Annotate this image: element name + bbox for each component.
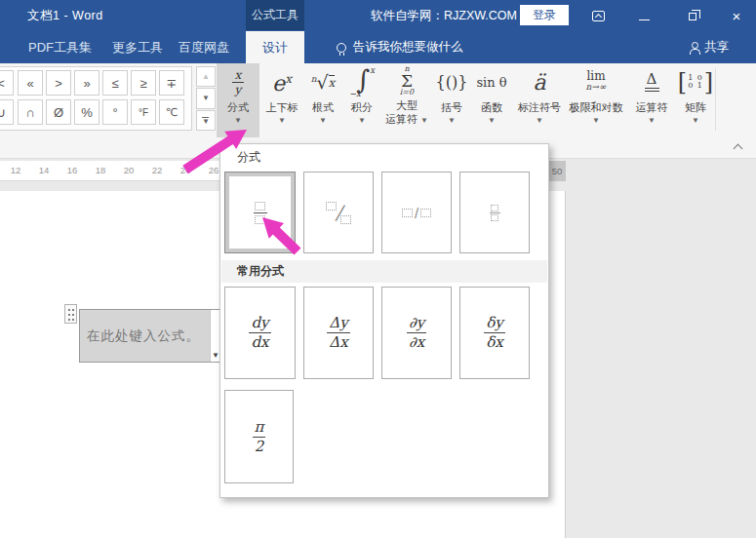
radical-button[interactable]: n√x 根式 ▼ <box>303 63 342 137</box>
radical-icon: n√x <box>311 72 336 92</box>
tab-baidu-netdisk[interactable]: 百度网盘 <box>174 31 234 63</box>
symbol-raquo[interactable]: » <box>74 70 99 96</box>
function-button[interactable]: sin θ 函数 ▼ <box>471 63 512 137</box>
document-title: 文档1 - Word <box>27 8 103 24</box>
tell-me-label: 告诉我你想要做什么 <box>353 39 463 56</box>
tile-pi-over-2[interactable]: π2 <box>224 390 294 483</box>
symbol-union[interactable]: ∪ <box>0 99 14 125</box>
symbol-gt[interactable]: > <box>46 70 71 96</box>
equation-placeholder-text: 在此处键入公式。 <box>87 327 200 345</box>
bracket-button[interactable]: {()} 括号 ▼ <box>432 63 471 137</box>
tile-linear-fraction[interactable]: / <box>381 172 452 253</box>
integral-button[interactable]: ∫ x −x 积分 ▼ <box>342 63 381 137</box>
minimize-icon <box>639 19 650 20</box>
tile-stacked-fraction[interactable] <box>224 172 296 253</box>
tile-small-delta-y-x[interactable]: δyδx <box>459 287 530 379</box>
limit-log-button[interactable]: lim n→∞ 极限和对数 ▼ <box>565 63 627 137</box>
tile-small-fraction[interactable] <box>459 172 530 253</box>
sin-theta-icon: sin θ <box>476 75 506 90</box>
fraction-gallery-header: 分式 <box>237 149 260 166</box>
skewed-fraction-icon: / <box>326 201 352 224</box>
equation-placeholder-box[interactable]: 在此处键入公式。 ▼ <box>79 309 222 363</box>
title-bar: 文档1 - Word 公式工具 软件自学网：RJZXW.COM 登录 × <box>0 0 756 31</box>
stacked-fraction-icon <box>254 202 267 224</box>
share-person-icon <box>690 42 698 54</box>
collapse-ribbon-button[interactable] <box>734 142 742 151</box>
large-operator-button[interactable]: n Σ i=0 大型 运算符 ▼ <box>381 63 432 137</box>
lightbulb-icon <box>337 43 346 53</box>
site-watermark: 软件自学网：RJZXW.COM <box>371 8 517 24</box>
equation-dropdown-arrow-icon: ▼ <box>212 351 219 360</box>
matrix-button[interactable]: [ 1 00 1 ] 矩阵 ▼ <box>676 63 715 137</box>
minimize-button[interactable] <box>629 0 658 31</box>
share-button[interactable]: 共享 <box>690 31 729 63</box>
script-button[interactable]: ex 上下标 ▼ <box>260 63 303 137</box>
close-button[interactable]: × <box>722 0 751 31</box>
gallery-scroll-up-button[interactable]: ▲ <box>196 66 216 87</box>
integral-dropdown-arrow[interactable]: ▼ <box>358 116 366 125</box>
common-fractions-header: 常用分式 <box>221 260 547 283</box>
close-icon: × <box>733 9 741 23</box>
login-button[interactable]: 登录 <box>520 5 569 25</box>
grip-dots-icon <box>68 309 70 311</box>
symbol-degree[interactable]: ° <box>102 99 128 125</box>
large-operator-dropdown-arrow[interactable]: ▼ <box>420 116 428 125</box>
fraction-dropdown-arrow[interactable]: ▼ <box>234 116 242 125</box>
symbol-percent[interactable]: % <box>74 99 99 125</box>
tile-partial-y-partial-x[interactable]: ∂y∂x <box>381 287 452 379</box>
symbol-empty-set[interactable]: Ø <box>46 99 71 125</box>
script-dropdown-arrow[interactable]: ▼ <box>278 116 286 125</box>
matrix-dropdown-arrow[interactable]: ▼ <box>692 116 699 125</box>
function-dropdown-arrow[interactable]: ▼ <box>488 116 496 125</box>
integral-icon: ∫ x −x <box>349 65 375 98</box>
operator-button[interactable]: Δ 运算符 ▼ <box>627 63 676 137</box>
symbol-lt[interactable]: < <box>0 70 14 96</box>
tab-pdf-tools[interactable]: PDF工具集 <box>20 31 100 63</box>
ribbon-display-options-button[interactable] <box>583 0 613 31</box>
bracket-icon: {()} <box>436 73 468 92</box>
word-window: 文档1 - Word 公式工具 软件自学网：RJZXW.COM 登录 × PDF… <box>0 0 756 538</box>
symbol-le[interactable]: ≤ <box>102 70 128 96</box>
tab-design-active[interactable]: 设计 <box>246 31 304 63</box>
tile-skewed-fraction[interactable]: / <box>303 172 374 253</box>
fraction-button[interactable]: x y 分式 ▼ <box>217 63 259 137</box>
linear-fraction-icon: / <box>402 205 431 221</box>
fraction-gallery-panel: 分式 / / 常用分式 dydx ΔyΔx <box>219 143 549 498</box>
tab-more-tools[interactable]: 更多工具 <box>107 31 168 63</box>
small-fraction-icon <box>490 205 500 221</box>
login-label: 登录 <box>533 7 556 23</box>
symbol-degree-f[interactable]: °F <box>131 99 156 125</box>
ruler-margin-block: 50 <box>548 161 566 181</box>
symbol-laquo[interactable]: « <box>18 70 43 96</box>
fraction-xy-icon: x y <box>232 69 244 96</box>
accent-dropdown-arrow[interactable]: ▼ <box>536 116 543 125</box>
delta-operator-icon: Δ <box>645 72 659 92</box>
limit-dropdown-arrow[interactable]: ▼ <box>592 116 600 125</box>
script-ex-icon: ex <box>272 68 292 95</box>
contextual-tab-label: 公式工具 <box>252 7 298 23</box>
tell-me-box[interactable]: 告诉我你想要做什么 <box>337 31 463 63</box>
ribbon-tab-row: PDF工具集 更多工具 百度网盘 设计 告诉我你想要做什么 共享 <box>0 31 756 63</box>
ribbon-group-separator <box>715 68 716 131</box>
gallery-more-icon: ▼ <box>202 117 210 124</box>
radical-dropdown-arrow[interactable]: ▼ <box>319 116 327 125</box>
accent-button[interactable]: ä 标注符号 ▼ <box>514 63 565 137</box>
limit-icon: lim n→∞ <box>586 71 607 93</box>
symbol-mp[interactable]: ∓ <box>159 70 184 96</box>
symbol-ge[interactable]: ≥ <box>131 70 156 96</box>
symbol-intersection[interactable]: ∩ <box>18 99 43 125</box>
operator-dropdown-arrow[interactable]: ▼ <box>648 116 656 125</box>
gallery-scroll-down-button[interactable]: ▼ <box>196 88 216 108</box>
tile-delta-y-delta-x[interactable]: ΔyΔx <box>303 287 374 379</box>
restore-button[interactable] <box>678 0 707 31</box>
sigma-icon: n Σ i=0 <box>400 65 414 96</box>
tile-dy-dx[interactable]: dydx <box>224 287 296 379</box>
equation-drag-handle[interactable] <box>64 304 77 324</box>
symbols-gallery-scroll: ▲ ▼ ▼ <box>196 66 216 131</box>
gallery-more-button[interactable]: ▼ <box>196 110 216 131</box>
bracket-dropdown-arrow[interactable]: ▼ <box>448 116 456 125</box>
contextual-tab-group-equation-tools: 公式工具 <box>246 0 304 30</box>
accent-a-icon: ä <box>533 70 545 95</box>
symbol-degree-c[interactable]: ℃ <box>159 99 184 125</box>
share-label: 共享 <box>704 39 729 56</box>
